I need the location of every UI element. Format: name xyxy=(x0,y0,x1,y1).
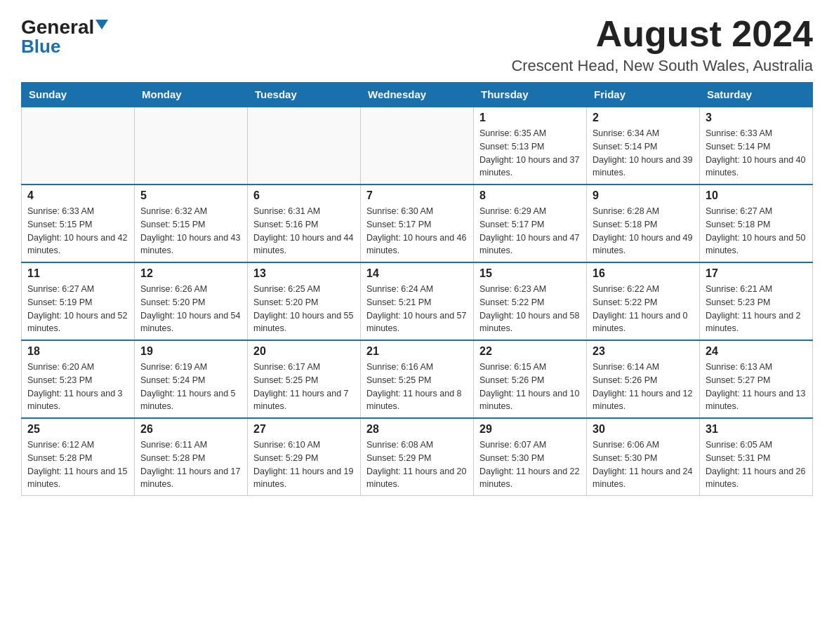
day-info: Sunrise: 6:17 AMSunset: 5:25 PMDaylight:… xyxy=(253,361,355,413)
calendar-cell: 19Sunrise: 6:19 AMSunset: 5:24 PMDayligh… xyxy=(135,340,248,418)
day-info: Sunrise: 6:35 AMSunset: 5:13 PMDaylight:… xyxy=(479,127,581,180)
calendar-cell: 25Sunrise: 6:12 AMSunset: 5:28 PMDayligh… xyxy=(22,418,135,496)
header-sunday: Sunday xyxy=(22,83,135,107)
title-area: August 2024 Crescent Head, New South Wal… xyxy=(511,14,813,75)
day-info: Sunrise: 6:22 AMSunset: 5:22 PMDaylight:… xyxy=(593,283,694,335)
day-number: 26 xyxy=(140,423,241,436)
calendar-cell: 15Sunrise: 6:23 AMSunset: 5:22 PMDayligh… xyxy=(474,262,587,340)
day-info: Sunrise: 6:23 AMSunset: 5:22 PMDaylight:… xyxy=(479,283,581,335)
day-number: 18 xyxy=(27,345,128,358)
day-number: 7 xyxy=(366,189,468,202)
day-info: Sunrise: 6:33 AMSunset: 5:14 PMDaylight:… xyxy=(706,127,807,180)
day-number: 2 xyxy=(593,112,694,124)
day-info: Sunrise: 6:33 AMSunset: 5:15 PMDaylight:… xyxy=(27,205,128,257)
calendar-cell xyxy=(361,107,474,185)
day-info: Sunrise: 6:27 AMSunset: 5:18 PMDaylight:… xyxy=(706,205,807,257)
day-number: 14 xyxy=(366,267,468,280)
calendar-cell: 13Sunrise: 6:25 AMSunset: 5:20 PMDayligh… xyxy=(248,262,361,340)
day-info: Sunrise: 6:29 AMSunset: 5:17 PMDaylight:… xyxy=(479,205,581,257)
day-number: 19 xyxy=(140,345,241,358)
calendar-cell: 1Sunrise: 6:35 AMSunset: 5:13 PMDaylight… xyxy=(474,107,587,185)
day-info: Sunrise: 6:07 AMSunset: 5:30 PMDaylight:… xyxy=(479,438,581,491)
calendar-week-1: 1Sunrise: 6:35 AMSunset: 5:13 PMDaylight… xyxy=(22,107,813,185)
day-number: 20 xyxy=(253,345,355,358)
calendar-header-row: Sunday Monday Tuesday Wednesday Thursday… xyxy=(22,83,813,107)
calendar-week-4: 18Sunrise: 6:20 AMSunset: 5:23 PMDayligh… xyxy=(22,340,813,418)
day-info: Sunrise: 6:11 AMSunset: 5:28 PMDaylight:… xyxy=(140,438,241,491)
day-number: 16 xyxy=(593,267,694,280)
calendar-cell: 12Sunrise: 6:26 AMSunset: 5:20 PMDayligh… xyxy=(135,262,248,340)
header-tuesday: Tuesday xyxy=(248,83,361,107)
day-info: Sunrise: 6:32 AMSunset: 5:15 PMDaylight:… xyxy=(140,205,241,257)
day-number: 27 xyxy=(253,423,355,436)
day-number: 22 xyxy=(479,345,581,358)
header-wednesday: Wednesday xyxy=(361,83,474,107)
day-info: Sunrise: 6:34 AMSunset: 5:14 PMDaylight:… xyxy=(593,127,694,180)
calendar-cell xyxy=(22,107,135,185)
logo-triangle-icon xyxy=(95,20,108,29)
day-info: Sunrise: 6:19 AMSunset: 5:24 PMDaylight:… xyxy=(140,361,241,413)
calendar-cell: 18Sunrise: 6:20 AMSunset: 5:23 PMDayligh… xyxy=(22,340,135,418)
calendar-cell: 14Sunrise: 6:24 AMSunset: 5:21 PMDayligh… xyxy=(361,262,474,340)
calendar-cell xyxy=(135,107,248,185)
day-number: 25 xyxy=(27,423,128,436)
calendar-cell: 9Sunrise: 6:28 AMSunset: 5:18 PMDaylight… xyxy=(587,185,700,262)
calendar-cell: 23Sunrise: 6:14 AMSunset: 5:26 PMDayligh… xyxy=(587,340,700,418)
calendar-cell: 28Sunrise: 6:08 AMSunset: 5:29 PMDayligh… xyxy=(361,418,474,496)
calendar-cell: 3Sunrise: 6:33 AMSunset: 5:14 PMDaylight… xyxy=(700,107,813,185)
calendar-cell: 7Sunrise: 6:30 AMSunset: 5:17 PMDaylight… xyxy=(361,185,474,262)
day-number: 9 xyxy=(593,189,694,202)
calendar-cell: 8Sunrise: 6:29 AMSunset: 5:17 PMDaylight… xyxy=(474,185,587,262)
calendar-cell: 5Sunrise: 6:32 AMSunset: 5:15 PMDaylight… xyxy=(135,185,248,262)
day-number: 1 xyxy=(479,112,581,124)
day-number: 23 xyxy=(593,345,694,358)
calendar-cell: 10Sunrise: 6:27 AMSunset: 5:18 PMDayligh… xyxy=(700,185,813,262)
calendar-cell: 11Sunrise: 6:27 AMSunset: 5:19 PMDayligh… xyxy=(22,262,135,340)
calendar-cell: 27Sunrise: 6:10 AMSunset: 5:29 PMDayligh… xyxy=(248,418,361,496)
day-number: 31 xyxy=(706,423,807,436)
calendar-cell: 31Sunrise: 6:05 AMSunset: 5:31 PMDayligh… xyxy=(700,418,813,496)
day-info: Sunrise: 6:05 AMSunset: 5:31 PMDaylight:… xyxy=(706,438,807,491)
day-info: Sunrise: 6:10 AMSunset: 5:29 PMDaylight:… xyxy=(253,438,355,491)
day-info: Sunrise: 6:20 AMSunset: 5:23 PMDaylight:… xyxy=(27,361,128,413)
calendar-cell: 6Sunrise: 6:31 AMSunset: 5:16 PMDaylight… xyxy=(248,185,361,262)
day-number: 21 xyxy=(366,345,468,358)
day-number: 17 xyxy=(706,267,807,280)
calendar-cell xyxy=(248,107,361,185)
day-info: Sunrise: 6:16 AMSunset: 5:25 PMDaylight:… xyxy=(366,361,468,413)
day-number: 6 xyxy=(253,189,355,202)
day-number: 15 xyxy=(479,267,581,280)
day-number: 8 xyxy=(479,189,581,202)
logo: General Blue xyxy=(21,14,108,58)
header-saturday: Saturday xyxy=(700,83,813,107)
calendar-table: Sunday Monday Tuesday Wednesday Thursday… xyxy=(21,82,813,496)
day-number: 30 xyxy=(593,423,694,436)
calendar-cell: 2Sunrise: 6:34 AMSunset: 5:14 PMDaylight… xyxy=(587,107,700,185)
day-info: Sunrise: 6:13 AMSunset: 5:27 PMDaylight:… xyxy=(706,361,807,413)
header-friday: Friday xyxy=(587,83,700,107)
day-info: Sunrise: 6:12 AMSunset: 5:28 PMDaylight:… xyxy=(27,438,128,491)
calendar-cell: 4Sunrise: 6:33 AMSunset: 5:15 PMDaylight… xyxy=(22,185,135,262)
calendar-cell: 21Sunrise: 6:16 AMSunset: 5:25 PMDayligh… xyxy=(361,340,474,418)
day-info: Sunrise: 6:06 AMSunset: 5:30 PMDaylight:… xyxy=(593,438,694,491)
day-number: 3 xyxy=(706,112,807,124)
day-info: Sunrise: 6:14 AMSunset: 5:26 PMDaylight:… xyxy=(593,361,694,413)
day-info: Sunrise: 6:31 AMSunset: 5:16 PMDaylight:… xyxy=(253,205,355,257)
day-info: Sunrise: 6:24 AMSunset: 5:21 PMDaylight:… xyxy=(366,283,468,335)
day-number: 5 xyxy=(140,189,241,202)
day-number: 10 xyxy=(706,189,807,202)
calendar-cell: 29Sunrise: 6:07 AMSunset: 5:30 PMDayligh… xyxy=(474,418,587,496)
day-info: Sunrise: 6:30 AMSunset: 5:17 PMDaylight:… xyxy=(366,205,468,257)
page-header: General Blue August 2024 Crescent Head, … xyxy=(21,14,813,75)
calendar-cell: 30Sunrise: 6:06 AMSunset: 5:30 PMDayligh… xyxy=(587,418,700,496)
day-info: Sunrise: 6:26 AMSunset: 5:20 PMDaylight:… xyxy=(140,283,241,335)
day-info: Sunrise: 6:27 AMSunset: 5:19 PMDaylight:… xyxy=(27,283,128,335)
calendar-subtitle: Crescent Head, New South Wales, Australi… xyxy=(511,57,813,75)
calendar-cell: 16Sunrise: 6:22 AMSunset: 5:22 PMDayligh… xyxy=(587,262,700,340)
day-number: 13 xyxy=(253,267,355,280)
day-number: 24 xyxy=(706,345,807,358)
calendar-title: August 2024 xyxy=(511,14,813,54)
calendar-cell: 24Sunrise: 6:13 AMSunset: 5:27 PMDayligh… xyxy=(700,340,813,418)
day-info: Sunrise: 6:15 AMSunset: 5:26 PMDaylight:… xyxy=(479,361,581,413)
day-number: 12 xyxy=(140,267,241,280)
